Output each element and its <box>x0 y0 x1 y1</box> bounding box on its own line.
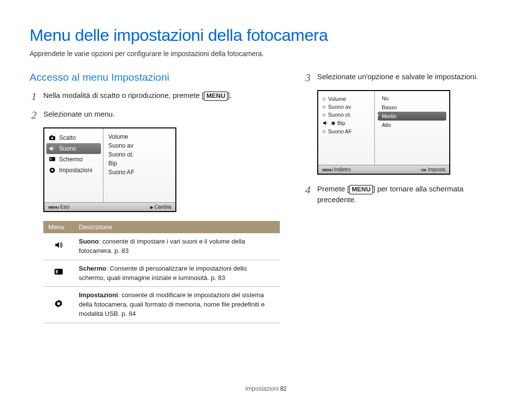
screen2-option: No <box>378 94 446 103</box>
table-head-desc: Descrizione <box>74 221 280 233</box>
screen-icon <box>48 155 56 163</box>
step-2: 2 Selezionate un menu. <box>30 109 280 121</box>
table-head-menu: Menu <box>43 221 74 233</box>
check-icon: ✔ <box>376 113 380 119</box>
step-4: 4 Premete [MENU] per tornare alla scherm… <box>303 184 502 205</box>
step-3: 3 Selezionate un'opzione e salvate le im… <box>303 71 502 83</box>
footer-page-number: 82 <box>280 385 287 392</box>
section-heading: Accesso al menu Impostazioni <box>30 71 280 83</box>
page-footer: Impostazioni 82 <box>0 385 532 392</box>
step-number: 2 <box>30 109 38 121</box>
step-2-text: Selezionate un menu. <box>43 109 280 121</box>
page-title: Menu delle impostazioni della fotocamera <box>30 26 502 45</box>
screen1-left-label: Scatto <box>59 134 76 141</box>
step-1-text-pre: Nella modalità di scatto o riproduzione,… <box>43 91 204 99</box>
screen1-footer-left: MENU Esci <box>48 204 69 210</box>
screen1-right-item: Bip <box>106 159 172 168</box>
svg-point-12 <box>57 302 60 305</box>
bullet-icon <box>322 97 326 101</box>
screen2-footer-left: MENU Indietro <box>322 167 351 172</box>
speaker-icon <box>48 145 56 153</box>
screen1-left-item: Impostazioni <box>44 165 103 176</box>
screen1-right-item: Suono AF <box>106 168 172 177</box>
step-1-text-post: ]. <box>228 91 232 99</box>
bullet-icon <box>322 105 326 109</box>
bullet-icon <box>322 130 326 133</box>
camera-screen-options: Volume Suono av Suono ot. Bip Suono AF N… <box>317 90 450 175</box>
table-row: Schermo: Consente di personalizzare le i… <box>43 260 280 287</box>
row-title: Suono <box>79 238 99 245</box>
menu-key-label: MENU <box>349 185 373 194</box>
table-row: Suono: consente di impostare i vari suon… <box>43 233 280 260</box>
screen2-left-item: Suono AF <box>320 127 372 135</box>
screen2-left-item-selected: Bip <box>320 119 372 127</box>
row-title: Impostazioni <box>79 291 118 299</box>
screen2-option: Alto <box>378 121 446 129</box>
screen1-left-item: Schermo <box>44 154 103 165</box>
gear-icon <box>48 166 56 174</box>
row-title: Schermo <box>79 265 106 272</box>
screen2-footer-right: OK Imposta <box>421 167 445 172</box>
camera-screen-menu: Scatto Suono Schermo Impostazioni <box>43 127 176 212</box>
step-number: 3 <box>303 71 312 83</box>
screen2-option-selected: ✔Medio <box>378 112 446 121</box>
step-1: 1 Nella modalità di scatto o riproduzion… <box>30 90 280 102</box>
screen1-right-item: Suono av <box>106 141 172 150</box>
svg-rect-3 <box>49 157 55 161</box>
step-3-text: Selezionate un'opzione e salvate le impo… <box>317 71 502 83</box>
svg-rect-9 <box>56 270 58 271</box>
screen1-left-label: Impostazioni <box>59 167 92 174</box>
row-text: : consente di impostare i vari suoni e i… <box>79 238 245 254</box>
step-number: 1 <box>30 90 38 102</box>
svg-rect-2 <box>51 135 52 136</box>
screen-icon <box>54 271 64 278</box>
svg-rect-4 <box>50 158 52 158</box>
menu-description-table: Menu Descrizione Suono: consente di impo… <box>43 221 280 323</box>
screen1-left-item: Scatto <box>44 132 103 143</box>
svg-rect-8 <box>55 269 63 275</box>
gear-icon <box>54 303 64 310</box>
screen2-left-item: Suono av <box>320 103 372 111</box>
bullet-filled-icon <box>332 122 335 125</box>
screen2-option: Basso <box>378 103 446 112</box>
svg-point-7 <box>51 169 53 171</box>
screen1-left-label: Schermo <box>59 156 83 163</box>
svg-point-1 <box>51 137 53 139</box>
camera-icon <box>48 134 56 142</box>
screen2-left-item: Volume <box>320 95 372 103</box>
page-subtitle: Apprendete le varie opzioni per configur… <box>30 50 502 58</box>
speaker-icon <box>54 244 64 251</box>
svg-rect-10 <box>56 271 58 272</box>
step-number: 4 <box>303 184 312 205</box>
screen2-left-item: Suono ot. <box>320 111 372 119</box>
svg-rect-5 <box>50 159 52 159</box>
bullet-icon <box>322 113 326 117</box>
menu-key-label: MENU <box>204 92 228 101</box>
screen1-footer-right: ▶ Cambia <box>150 204 171 210</box>
speaker-icon <box>322 120 329 126</box>
table-row: Impostazioni: consente di modificare le … <box>43 287 280 323</box>
footer-section: Impostazioni <box>245 385 278 392</box>
screen1-right-item: Volume <box>106 132 172 141</box>
screen1-left-label: Suono <box>59 145 76 152</box>
step-4-text-pre: Premete [ <box>317 185 349 193</box>
svg-rect-11 <box>56 272 58 273</box>
screen1-left-item-selected: Suono <box>46 143 101 154</box>
screen1-right-item: Suono ot. <box>106 150 172 159</box>
